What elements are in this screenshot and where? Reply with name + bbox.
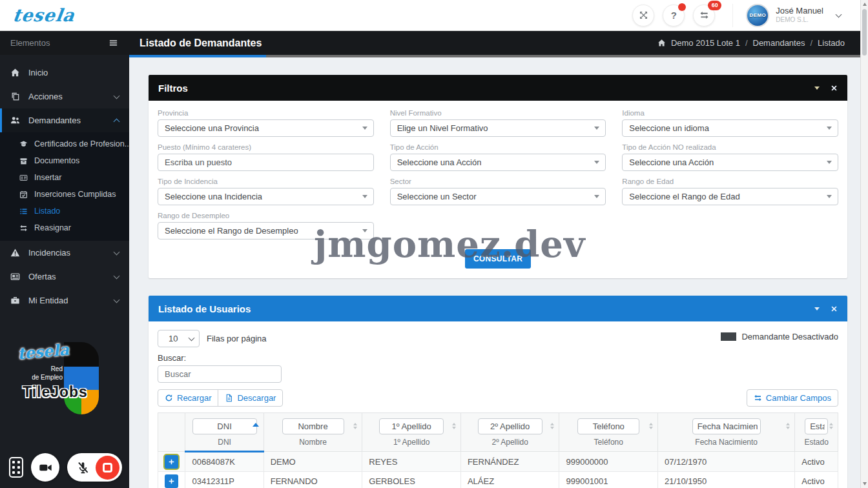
breadcrumb-demandantes[interactable]: Demandantes	[753, 38, 805, 48]
sidebar-item-ofertas[interactable]: Ofertas	[0, 265, 129, 289]
nombre-filter-input[interactable]	[282, 418, 344, 434]
sidebar-item-incidencias[interactable]: Incidencias	[0, 241, 129, 265]
sort-icon[interactable]	[786, 423, 790, 429]
column-dni[interactable]: DNI	[185, 413, 264, 452]
filters-panel: Filtros Provincia Seleccione una Provinc…	[149, 75, 847, 278]
sidebar-item-inicio[interactable]: Inicio	[0, 61, 129, 85]
submenu-item-listado[interactable]: Listado	[0, 203, 129, 219]
recargar-button[interactable]: Recargar	[158, 389, 218, 407]
nivel-formativo-select[interactable]: Elige un Nivel Formativo	[390, 119, 606, 137]
column-nombre[interactable]: Nombre	[264, 413, 362, 452]
descargar-button[interactable]: Descargar	[218, 389, 283, 407]
column-apellido1[interactable]: 1º Apellido	[362, 413, 461, 452]
column-telefono[interactable]: Teléfono	[559, 413, 658, 452]
sector-select[interactable]: Seleccione un Sector	[390, 188, 606, 205]
sort-icon[interactable]	[550, 423, 554, 429]
submenu-item-inserciones-cumplidas[interactable]: Inserciones Cumplidas	[0, 186, 129, 203]
expand-row-button[interactable]	[165, 455, 178, 469]
id-card-icon	[19, 174, 28, 182]
user-menu[interactable]: DEMO José Manuel DEMO S.L.	[732, 4, 841, 27]
camera-button[interactable]	[31, 453, 59, 482]
sort-icon[interactable]	[452, 423, 456, 429]
close-panel-icon[interactable]	[831, 85, 838, 92]
logo-tilejobs-text: TileJobs	[23, 383, 88, 401]
sidebar-header: Elementos	[0, 31, 129, 55]
consultar-button[interactable]: CONSULTAR	[465, 249, 531, 269]
sort-ascending-icon[interactable]	[253, 423, 259, 427]
telefono-filter-input[interactable]	[577, 418, 639, 434]
column-apellido2[interactable]: 2º Apellido	[460, 413, 559, 452]
caret-down-icon	[827, 195, 832, 198]
rows-per-page-select[interactable]: 10	[158, 330, 200, 347]
submenu-item-reasignar[interactable]: Reasignar	[0, 219, 129, 236]
rango-edad-label: Rango de Edad	[622, 178, 838, 185]
column-fecha-nacimiento[interactable]: Fecha Nacimiento	[658, 413, 795, 452]
submenu-item-certificados[interactable]: Certificados de Profesion...	[0, 136, 129, 152]
caret-down-icon	[362, 229, 367, 232]
apellido1-filter-input[interactable]	[379, 418, 444, 434]
fecha-filter-input[interactable]	[692, 418, 761, 434]
cell-nombre: FERNANDO	[264, 472, 362, 488]
stop-square-icon	[103, 463, 112, 473]
stop-recording-button[interactable]	[96, 456, 119, 480]
sort-icon[interactable]	[353, 423, 357, 429]
sidebar-item-mi-entidad[interactable]: Mi Entidad	[0, 289, 129, 312]
microphone-muted-icon[interactable]	[76, 461, 90, 474]
chevron-down-icon	[114, 249, 120, 255]
apellido2-filter-input[interactable]	[478, 418, 542, 434]
cell-apellido1: REYES	[362, 452, 461, 472]
close-panel-icon[interactable]	[831, 305, 838, 312]
sidebar-item-acciones[interactable]: Acciones	[0, 85, 129, 108]
rango-edad-select[interactable]: Seleccione el Rango de Edad	[622, 188, 838, 205]
drag-handle-icon[interactable]	[9, 457, 23, 478]
users-body: 10 Filas por página Demandante Desactiva…	[149, 321, 847, 488]
tipo-accion-select[interactable]: Seleccione una Acción	[390, 154, 606, 171]
users-panel: Listado de Usuarios 10 Filas por	[149, 296, 847, 488]
page-scrollbar[interactable]	[860, 0, 868, 488]
plus-icon	[168, 478, 175, 485]
tipo-accion-no-realizada-select[interactable]: Seleccione una Acción	[622, 154, 838, 171]
collapse-panel-icon[interactable]	[814, 307, 820, 310]
sort-icon[interactable]	[829, 423, 833, 429]
sidebar-item-demandantes[interactable]: Demandantes	[0, 108, 129, 132]
cell-nombre: DEMO	[264, 452, 362, 472]
breadcrumb-root[interactable]: Demo 2015 Lote 1	[671, 38, 740, 48]
recorder-controls	[9, 453, 122, 482]
users-panel-header: Listado de Usuarios	[149, 296, 847, 321]
help-button[interactable]: ?	[663, 5, 685, 26]
search-input[interactable]	[158, 365, 282, 383]
caret-down-icon	[594, 161, 599, 164]
submenu-item-insertar[interactable]: Insertar	[0, 169, 129, 186]
sidebar: Elementos Inicio Acciones Demandantes	[0, 31, 129, 488]
scrollbar-down-arrow[interactable]	[863, 482, 867, 485]
sort-icon[interactable]	[649, 423, 653, 429]
calendar-check-icon	[19, 190, 28, 199]
list-icon	[19, 207, 28, 216]
plus-icon	[168, 458, 175, 465]
chevron-down-icon	[189, 334, 195, 341]
provincia-select[interactable]: Seleccione una Provincia	[158, 119, 374, 137]
tipo-incidencia-select[interactable]: Seleccione una Incidencia	[158, 188, 374, 205]
estado-filter-input[interactable]	[805, 418, 828, 434]
scrollbar-up-arrow[interactable]	[863, 3, 867, 6]
column-estado[interactable]: Estado	[795, 413, 838, 452]
submenu-item-documentos[interactable]: Documentos	[0, 152, 129, 169]
tesela-logo: tesela	[12, 5, 76, 25]
rango-desempleo-select[interactable]: Seleccione el Rango de Desempleo	[158, 222, 374, 239]
hamburger-icon[interactable]	[108, 38, 118, 48]
copy-icon	[10, 92, 20, 101]
logo-brand-text: tesela	[17, 340, 70, 363]
user-meta: José Manuel DEMO S.L.	[776, 6, 823, 25]
app-root: tesela ? 60 DEMO José Manuel DEMO S.L.	[0, 0, 868, 488]
idioma-select[interactable]: Seleccione un idioma	[622, 119, 838, 137]
expand-row-button[interactable]	[165, 474, 178, 488]
scrollbar-thumb[interactable]	[862, 9, 867, 56]
expand-arrows-icon	[639, 10, 648, 20]
cambiar-campos-button[interactable]: Cambiar Campos	[747, 389, 838, 407]
fullscreen-button[interactable]	[632, 5, 654, 26]
dni-filter-input[interactable]	[192, 418, 257, 434]
transfers-button[interactable]: 60	[693, 5, 715, 26]
caret-down-icon	[362, 195, 367, 198]
collapse-panel-icon[interactable]	[814, 86, 820, 90]
puesto-input[interactable]	[158, 154, 374, 171]
